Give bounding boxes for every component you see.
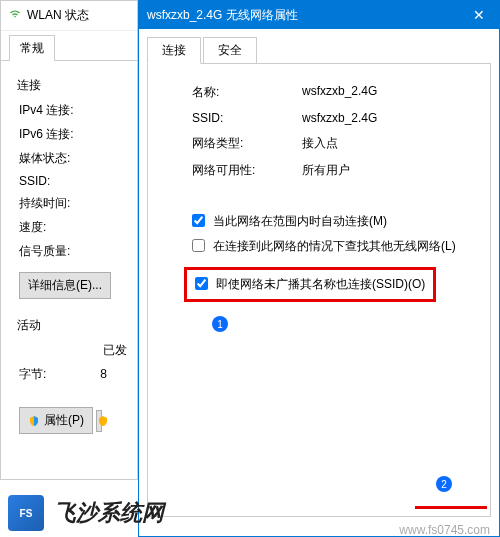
row-bytes: 字节:8 [19, 366, 129, 383]
truncated-button[interactable] [96, 410, 102, 432]
row-ipv6: IPv6 连接: [19, 126, 129, 143]
details-button-label: 详细信息(E)... [28, 277, 102, 294]
row-media: 媒体状态: [19, 150, 129, 167]
info-type: 网络类型: 接入点 [192, 135, 474, 152]
row-ssid: SSID: [19, 174, 129, 188]
bytes-value: 8 [100, 367, 107, 381]
section-activity: 活动 [17, 317, 129, 334]
shield-icon [97, 415, 109, 427]
lookup-label: 在连接到此网络的情况下查找其他无线网络(L) [213, 238, 456, 255]
front-tab-body: 名称: wsfxzxb_2.4G SSID: wsfxzxb_2.4G 网络类型… [147, 63, 491, 517]
properties-button[interactable]: 属性(P) [19, 407, 93, 434]
checkbox-connect-hidden[interactable]: 即使网络未广播其名称也连接(SSID)(O) [195, 276, 425, 293]
row-duration: 持续时间: [19, 195, 129, 212]
close-button[interactable]: ✕ [459, 1, 499, 29]
avail-label: 网络可用性: [192, 162, 302, 179]
properties-button-label: 属性(P) [44, 412, 84, 429]
wifi-icon [9, 8, 21, 23]
row-speed: 速度: [19, 219, 129, 236]
row-signal: 信号质量: [19, 243, 129, 260]
back-tabs: 常规 [1, 31, 137, 61]
checkbox-auto-connect[interactable]: 当此网络在范围内时自动连接(M) [192, 213, 474, 230]
site-logo: FS [8, 495, 44, 531]
back-content: 连接 IPv4 连接: IPv6 连接: 媒体状态: SSID: 持续时间: 速… [1, 60, 137, 442]
lookup-checkbox[interactable] [192, 239, 205, 252]
details-button[interactable]: 详细信息(E)... [19, 272, 111, 299]
wireless-properties-window: wsfxzxb_2.4G 无线网络属性 ✕ 连接 安全 名称: wsfxzxb_… [138, 0, 500, 537]
shield-icon [28, 415, 40, 427]
callout-2: 2 [436, 476, 452, 492]
callout-1: 1 [212, 316, 228, 332]
wlan-status-window: WLAN 状态 常规 连接 IPv4 连接: IPv6 连接: 媒体状态: SS… [0, 0, 138, 480]
close-icon: ✕ [473, 7, 485, 23]
tab-connect[interactable]: 连接 [147, 37, 201, 64]
checkbox-lookup-networks[interactable]: 在连接到此网络的情况下查找其他无线网络(L) [192, 238, 474, 255]
auto-connect-checkbox[interactable] [192, 214, 205, 227]
name-value: wsfxzxb_2.4G [302, 84, 377, 101]
activity-header: 已发 [19, 342, 129, 359]
name-label: 名称: [192, 84, 302, 101]
watermark: www.fs0745.com [399, 523, 490, 537]
hidden-label: 即使网络未广播其名称也连接(SSID)(O) [216, 276, 425, 293]
bytes-label: 字节: [19, 367, 46, 381]
front-tabs: 连接 安全 [139, 29, 499, 64]
hidden-checkbox[interactable] [195, 277, 208, 290]
ssid-label: SSID: [192, 111, 302, 125]
info-name: 名称: wsfxzxb_2.4G [192, 84, 474, 101]
row-ipv4: IPv4 连接: [19, 102, 129, 119]
site-name: 飞沙系统网 [54, 498, 164, 528]
type-label: 网络类型: [192, 135, 302, 152]
highlight-box: 即使网络未广播其名称也连接(SSID)(O) [184, 267, 436, 302]
ssid-value: wsfxzxb_2.4G [302, 111, 377, 125]
type-value: 接入点 [302, 135, 338, 152]
info-availability: 网络可用性: 所有用户 [192, 162, 474, 179]
auto-connect-label: 当此网络在范围内时自动连接(M) [213, 213, 387, 230]
tab-security[interactable]: 安全 [203, 37, 257, 64]
info-ssid: SSID: wsfxzxb_2.4G [192, 111, 474, 125]
front-titlebar: wsfxzxb_2.4G 无线网络属性 ✕ [139, 1, 499, 29]
back-titlebar: WLAN 状态 [1, 1, 137, 31]
front-title-text: wsfxzxb_2.4G 无线网络属性 [147, 7, 298, 24]
section-connect: 连接 [17, 77, 129, 94]
tab-general[interactable]: 常规 [9, 35, 55, 61]
avail-value: 所有用户 [302, 162, 350, 179]
back-title-text: WLAN 状态 [27, 7, 89, 24]
